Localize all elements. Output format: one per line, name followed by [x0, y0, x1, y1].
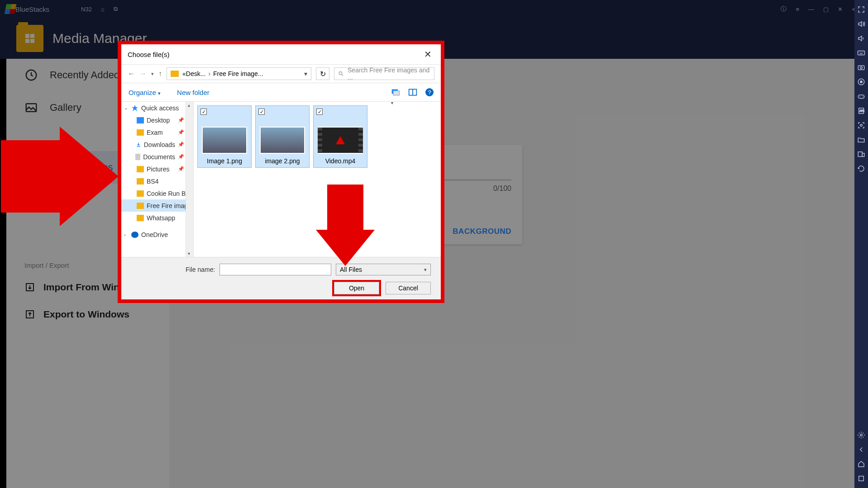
chevron-down-icon: ▾	[424, 267, 427, 273]
tree-cookie-run[interactable]: Cookie Run BS	[121, 187, 193, 199]
back-button[interactable]: ←	[128, 70, 135, 78]
refresh-button[interactable]: ↻	[316, 67, 329, 80]
file-name: Image 1.png	[200, 157, 248, 165]
svg-rect-21	[858, 152, 862, 157]
new-folder-button[interactable]: New folder	[177, 89, 210, 96]
onedrive-icon	[131, 232, 138, 238]
tree-bs4[interactable]: BS4	[121, 175, 193, 187]
dialog-body: ⌄ Quick access Desktop📌 Exam📌 Downloads📌…	[121, 101, 441, 257]
tree-documents[interactable]: Documents📌	[121, 151, 193, 163]
dialog-footer: File name: All Files ▾ Open Cancel	[121, 257, 441, 299]
record-icon[interactable]	[857, 78, 865, 86]
search-input[interactable]: Search Free Fire images and ...	[334, 67, 434, 80]
settings-icon[interactable]	[857, 431, 865, 439]
pin-icon: 📌	[178, 166, 184, 172]
svg-point-14	[860, 67, 863, 69]
pin-icon: 📌	[178, 129, 184, 135]
svg-rect-22	[862, 153, 864, 157]
filename-label: File name:	[186, 266, 215, 273]
pin-icon: 📌	[178, 154, 184, 160]
screenshot-icon[interactable]	[857, 121, 865, 129]
folder-tree: ⌄ Quick access Desktop📌 Exam📌 Downloads📌…	[121, 102, 194, 257]
file-thumbnail	[318, 127, 363, 154]
gamepad-icon[interactable]	[857, 92, 865, 100]
svg-marker-4	[1, 127, 119, 226]
volume-down-icon[interactable]	[857, 34, 865, 43]
recents-icon[interactable]	[857, 474, 865, 483]
volume-up-icon[interactable]	[857, 20, 865, 28]
tree-pictures[interactable]: Pictures📌	[121, 163, 193, 175]
svg-point-5	[339, 72, 342, 75]
file-dialog: Choose file(s) ✕ ← → ▾ ↑ « Desk... › Fre…	[118, 41, 444, 303]
back-icon[interactable]	[857, 445, 865, 454]
chevron-down-icon: ⌄	[124, 105, 129, 111]
svg-rect-24	[859, 476, 864, 481]
checkbox-icon[interactable]: ✓	[200, 109, 207, 115]
chevron-right-icon: ›	[124, 232, 129, 237]
devices-icon[interactable]	[857, 150, 865, 158]
cancel-button[interactable]: Cancel	[386, 282, 431, 294]
svg-text:APK: APK	[859, 109, 864, 112]
tree-free-fire[interactable]: Free Fire image	[121, 199, 193, 212]
forward-button[interactable]: →	[139, 70, 147, 78]
camera-icon[interactable]	[857, 63, 865, 71]
dialog-nav: ← → ▾ ↑ « Desk... › Free Fire image... ▾…	[121, 64, 441, 83]
file-item[interactable]: ✓ Video.mp4	[313, 105, 367, 168]
download-icon	[136, 142, 141, 148]
checkbox-icon[interactable]: ✓	[316, 109, 323, 115]
history-dropdown[interactable]: ▾	[151, 71, 154, 77]
organize-menu[interactable]: Organize ▾	[129, 89, 161, 96]
svg-rect-7	[393, 91, 399, 95]
folder-icon	[171, 71, 179, 77]
up-button[interactable]: ↑	[158, 70, 162, 78]
pin-icon: 📌	[178, 142, 184, 147]
tree-downloads[interactable]: Downloads📌	[121, 138, 193, 151]
apk-icon[interactable]: APK	[857, 107, 865, 115]
annotation-arrow-down	[316, 185, 375, 266]
breadcrumb-parent[interactable]: Desk...	[186, 70, 206, 77]
svg-point-23	[860, 434, 863, 436]
rotate-icon[interactable]	[857, 165, 865, 173]
svg-marker-11	[316, 185, 375, 266]
file-item[interactable]: ✓ image 2.png	[255, 105, 310, 168]
file-name: Video.mp4	[316, 157, 364, 165]
svg-rect-17	[858, 95, 864, 99]
tree-quick-access[interactable]: ⌄ Quick access	[121, 102, 193, 114]
open-button[interactable]: Open	[334, 282, 379, 294]
tree-exam[interactable]: Exam📌	[121, 126, 193, 138]
help-button[interactable]: ?	[425, 88, 434, 96]
svg-rect-13	[858, 66, 864, 70]
svg-point-20	[860, 124, 863, 127]
pin-icon: 📌	[178, 117, 184, 123]
filename-input[interactable]	[219, 264, 331, 275]
folder-icon[interactable]	[857, 136, 865, 144]
svg-point-16	[860, 81, 863, 83]
file-thumbnail	[260, 127, 305, 154]
breadcrumb-current[interactable]: Free Fire image...	[213, 70, 263, 77]
tree-onedrive[interactable]: › OneDrive	[121, 228, 193, 241]
path-dropdown-icon[interactable]: ▾	[304, 70, 307, 77]
search-icon	[338, 71, 344, 77]
file-name: image 2.png	[258, 157, 306, 165]
annotation-arrow-left	[1, 127, 119, 226]
view-mode-button[interactable]: ▾	[391, 88, 400, 97]
right-toolbar: APK	[854, 0, 868, 488]
dialog-titlebar: Choose file(s) ✕	[121, 44, 441, 64]
file-item[interactable]: ✓ Image 1.png	[197, 105, 252, 168]
home-icon[interactable]	[857, 460, 865, 468]
path-bar[interactable]: « Desk... › Free Fire image... ▾	[167, 67, 311, 80]
pin-star-icon	[131, 104, 138, 112]
tree-scrollbar[interactable]	[186, 102, 193, 257]
search-placeholder: Search Free Fire images and ...	[348, 66, 430, 81]
preview-pane-button[interactable]	[408, 88, 417, 97]
keyboard-icon[interactable]	[857, 49, 865, 57]
file-thumbnail	[202, 127, 247, 154]
tree-desktop[interactable]: Desktop📌	[121, 114, 193, 126]
svg-marker-10	[132, 105, 138, 111]
dialog-title: Choose file(s)	[128, 51, 170, 58]
dialog-close-button[interactable]: ✕	[421, 49, 434, 60]
fullscreen-icon[interactable]	[857, 5, 865, 14]
checkbox-icon[interactable]: ✓	[258, 109, 265, 115]
svg-rect-12	[858, 51, 865, 55]
tree-whatsapp[interactable]: Whatsapp	[121, 212, 193, 224]
